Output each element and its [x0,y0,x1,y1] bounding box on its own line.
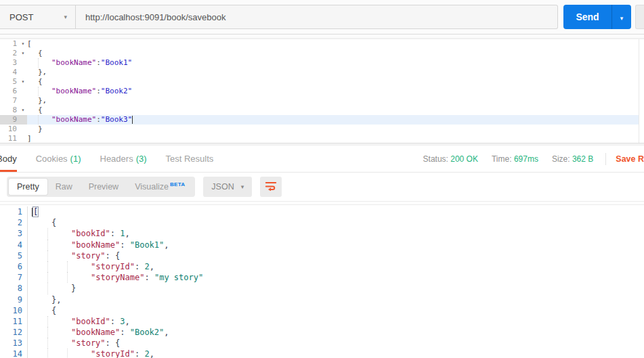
tab-headers[interactable]: Headers (3) [100,146,147,172]
code-token: : [135,349,144,358]
view-preview[interactable]: Preview [81,179,127,195]
code-line[interactable]: 10} [0,125,644,134]
code-token: , [164,328,169,337]
code-line[interactable]: 2▾{ [0,49,644,58]
code-line[interactable]: 7}, [0,96,644,106]
code-token: "storyName" [91,273,144,282]
wrap-text-button[interactable] [260,177,282,197]
code-line[interactable]: 5▾{ [0,77,644,87]
code-line[interactable]: 10{ [0,305,644,316]
line-gutter: 9 [0,294,28,305]
code-line[interactable]: 5"story": { [0,250,644,261]
code-token: : [96,87,101,95]
code-line[interactable]: 6"bookName":"Book2" [0,87,644,96]
line-gutter: 8▾ [0,106,27,115]
save-response-button[interactable]: Save R [616,154,644,164]
code-token: : [96,115,101,124]
line-gutter: 11 [0,316,28,327]
send-button[interactable]: Send [563,5,611,29]
code-line[interactable]: 3"bookName":"Book1" [0,58,644,68]
line-number: 11 [0,316,27,327]
code-line[interactable]: 11] [0,134,644,143]
line-number: 5 [0,250,27,261]
code-line[interactable]: 7"storyName": "my story" [0,272,644,283]
scrollbar[interactable] [639,39,644,143]
line-number: 4 [0,68,19,77]
fold-icon[interactable]: ▾ [19,77,27,87]
view-visualize[interactable]: VisualizeBETA [127,178,193,195]
line-gutter: 8 [0,283,28,294]
code-line[interactable]: 4}, [0,68,644,77]
code-line[interactable]: 8} [0,283,644,294]
code-line[interactable]: 14"storyId": 2, [0,349,644,358]
method-select[interactable]: POST ▾ [0,5,76,28]
code-token: { [38,106,43,114]
line-gutter: 6 [0,261,28,272]
code-line[interactable]: 3"bookId": 1, [0,228,644,239]
code-token: "bookId" [71,229,110,238]
line-number: 11 [0,134,19,143]
request-body-editor[interactable]: 1▾[2▾{3"bookName":"Book1"4},5▾{6"bookNam… [0,39,644,143]
status-label: Status: [423,154,448,164]
response-body-viewer[interactable]: 1[2{3"bookId": 1,4"bookName": "Book1",5"… [0,205,644,358]
tab-label: Headers [100,154,133,164]
code-token: [ [27,39,32,48]
line-number: 6 [0,87,19,96]
response-status-group: Status: 200 OK Time: 697ms Size: 362 B S… [410,153,644,165]
method-label: POST [9,12,33,22]
code-token: "bookName" [71,240,120,250]
code-token: "story" [71,251,106,261]
response-view-toolbar: Pretty Raw Preview VisualizeBETA JSON ▾ [0,173,644,202]
code-token: { [51,218,56,227]
postman-request-view: POST ▾ http://localhost:9091/book/savebo… [0,0,644,358]
fold-icon[interactable]: ▾ [19,39,27,49]
view-label: Preview [89,182,119,192]
tab-cookies[interactable]: Cookies (1) [36,146,81,172]
status-value: 200 OK [450,154,478,164]
view-raw[interactable]: Raw [47,179,81,195]
line-gutter: 2▾ [0,49,27,58]
code-line[interactable]: 9}, [0,294,644,305]
response-tabs: Body Cookies (1) Headers (3) Test Result… [0,146,232,172]
code-line[interactable]: 13"story": { [0,338,644,349]
tab-test-results[interactable]: Test Results [166,146,214,172]
fold-icon[interactable]: ▾ [19,106,27,115]
view-pretty[interactable]: Pretty [9,179,47,195]
code-token: 2 [144,262,149,271]
send-options-button[interactable]: ▾ [611,5,631,29]
line-number: 10 [0,125,19,134]
format-select[interactable]: JSON ▾ [203,177,252,197]
code-token: : [96,58,101,67]
code-token: , [125,229,129,238]
line-number: 10 [0,305,27,316]
save-request-button-partial[interactable] [635,5,644,29]
code-line[interactable]: 4"bookName": "Book1", [0,240,644,250]
code-token: , [150,349,154,358]
code-token: "my story" [154,273,203,282]
code-line[interactable]: 11"bookId": 3, [0,316,644,327]
tab-label: Body [0,154,17,164]
code-line[interactable]: 12"bookName": "Book2", [0,327,644,338]
line-gutter: 2 [0,217,28,228]
line-gutter: 10 [0,125,27,134]
code-token: "bookName" [51,87,96,95]
code-line[interactable]: 8▾{ [0,106,644,115]
fold-icon[interactable]: ▾ [19,49,27,58]
tab-label: Test Results [166,154,214,164]
code-line[interactable]: 6"storyId": 2, [0,261,644,272]
code-line[interactable]: 9"bookName":"Book3" [0,115,644,125]
code-token: "Book2" [101,87,132,95]
line-gutter: 10 [0,305,28,316]
line-number: 8 [0,106,19,115]
tab-body[interactable]: Body [0,146,17,172]
status-badge: Status: 200 OK [423,154,478,164]
size-label: Size: [552,154,570,164]
code-line[interactable]: 1[ [0,206,644,217]
time-value: 697ms [514,154,538,164]
line-number: 13 [0,338,27,349]
view-label: Visualize [135,183,169,192]
url-input[interactable]: http://localhost:9091/book/savebook [76,5,557,28]
code-line[interactable]: 2{ [0,217,644,228]
wrap-text-icon [265,181,277,193]
code-line[interactable]: 1▾[ [0,39,644,49]
